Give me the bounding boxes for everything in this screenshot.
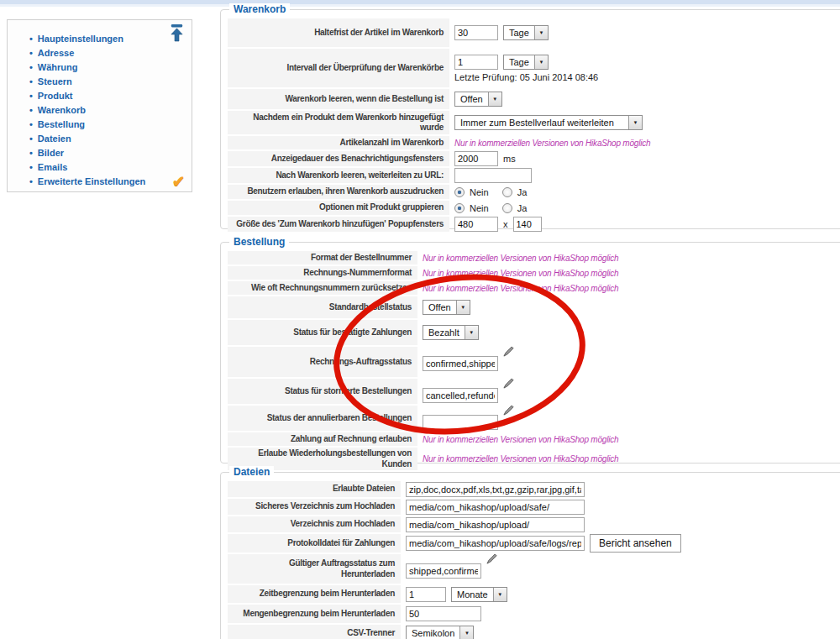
- settings-row: Optionen mit Produkt gruppieren Nein Ja: [228, 201, 840, 215]
- popup-height-input[interactable]: [513, 217, 542, 232]
- sidebar-link-produkt[interactable]: Produkt: [38, 91, 73, 101]
- chevron-down-icon: ▼: [534, 55, 548, 69]
- field-label: Gültiger Auftragsstatus zum Herunterlade…: [228, 554, 401, 584]
- mengenbegrenzung-input[interactable]: [406, 606, 481, 621]
- bullet-icon: •: [29, 62, 33, 72]
- field-label: Nach Warenkorb leeren, weiterleiten zu U…: [228, 168, 449, 183]
- redirect-url-input[interactable]: [454, 168, 532, 183]
- protokolldatei-input[interactable]: [406, 536, 585, 551]
- radio-nein[interactable]: [454, 203, 465, 213]
- field-label: Intervall der Überprüfung der Warenkörbe: [228, 49, 449, 87]
- settings-row: Verzeichnis zum Hochladen: [228, 516, 840, 532]
- intervall-unit-select[interactable]: Tage▼: [503, 55, 549, 70]
- field-label: Status für stornierte Bestellungen: [228, 379, 417, 404]
- settings-row: Sicheres Verzeichnis zum Hochladen: [228, 499, 840, 515]
- settings-row: Nachdem ein Produkt dem Warenkorb hinzug…: [228, 111, 840, 134]
- field-label: Status für bestätigte Zahlungen: [228, 320, 417, 345]
- commercial-note: Nur in kommerziellen Versionen von HikaS…: [454, 139, 650, 148]
- radio-ja[interactable]: [502, 203, 512, 213]
- sidebar-item-warenkorb: •Warenkorb: [29, 102, 192, 117]
- field-label: Rechnungs-Nummernformat: [228, 266, 417, 280]
- csv-trenner-select[interactable]: Semikolon▼: [406, 626, 474, 639]
- sidebar-link-dateien[interactable]: Dateien: [38, 134, 71, 144]
- settings-row: Rechnungs-Nummernformat Nur in kommerzie…: [228, 266, 840, 280]
- standardbestellstatus-select[interactable]: Offen▼: [423, 300, 470, 315]
- sidebar-link-bestellung[interactable]: Bestellung: [38, 119, 85, 129]
- chevron-down-icon: ▼: [465, 326, 478, 339]
- bullet-icon: •: [29, 48, 33, 58]
- bestaetigte-zahlungen-select[interactable]: Bezahlt▼: [423, 325, 479, 340]
- radio-label: Ja: [517, 203, 528, 213]
- field-label: Verzeichnis zum Hochladen: [228, 516, 401, 532]
- commercial-note: Nur in kommerziellen Versionen von HikaS…: [423, 269, 618, 278]
- sidebar-item-steuern: •Steuern: [29, 74, 192, 88]
- sidebar-item-produkt: •Produkt: [29, 88, 192, 102]
- field-label: Protokolldatei für Zahlungen: [228, 534, 401, 553]
- rechnungs-auftragsstatus-input[interactable]: [423, 356, 498, 371]
- verzeichnis-hochladen-input[interactable]: [406, 517, 585, 532]
- sicheres-verzeichnis-input[interactable]: [406, 500, 585, 515]
- edit-pencil-icon[interactable]: [503, 378, 514, 389]
- chevron-down-icon: ▼: [488, 92, 501, 106]
- bullet-icon: •: [29, 148, 33, 158]
- field-label: Haltefrist der Artikel im Warenkorb: [228, 18, 449, 47]
- radio-label: Ja: [517, 187, 528, 197]
- haltefrist-unit-select[interactable]: Tage▼: [503, 25, 549, 40]
- field-label: Zahlung auf Rechnung erlauben: [228, 432, 417, 446]
- bullet-icon: •: [29, 34, 33, 44]
- settings-row: Gültiger Auftragsstatus zum Herunterlade…: [228, 554, 840, 584]
- bullet-icon: •: [29, 105, 33, 115]
- bullet-icon: •: [29, 176, 33, 186]
- erlaubte-dateien-input[interactable]: [406, 482, 585, 497]
- radio-ja[interactable]: [502, 187, 512, 197]
- sidebar-item-bestellung: •Bestellung: [29, 117, 192, 131]
- settings-row: Wie oft Rechnungsnummern zurücksetzen Nu…: [228, 281, 840, 295]
- annulierbare-bestellungen-input[interactable]: [423, 415, 498, 430]
- intervall-input[interactable]: [454, 55, 498, 70]
- field-label: Rechnungs-Auftragsstatus: [228, 347, 417, 377]
- field-label: Standardbestellstatus: [228, 296, 417, 318]
- sidebar-link-emails[interactable]: Emails: [38, 162, 67, 172]
- radio-nein[interactable]: [454, 187, 465, 197]
- popup-width-input[interactable]: [454, 217, 498, 232]
- dateien-section: Dateien Erlaubte Dateien Sicheres Verzei…: [220, 472, 840, 639]
- sidebar-link-haupteinstellungen[interactable]: Haupteinstellungen: [38, 34, 123, 44]
- sidebar-item-erweiterte-einstellungen: •Erweiterte Einstellungen: [29, 174, 192, 188]
- zeitbegrenzung-input[interactable]: [406, 587, 446, 602]
- haltefrist-input[interactable]: [454, 25, 498, 40]
- edit-pencil-icon[interactable]: [486, 553, 497, 564]
- sidebar-link-steuern[interactable]: Steuern: [38, 76, 72, 86]
- check-icon: ✔: [172, 172, 185, 191]
- warenkorb-leeren-select[interactable]: Offen▼: [454, 92, 502, 107]
- sidebar-link-erweiterte-einstellungen[interactable]: Erweiterte Einstellungen: [38, 176, 145, 186]
- sidebar-item-emails: •Emails: [29, 160, 192, 174]
- stornierte-bestellungen-input[interactable]: [423, 388, 498, 403]
- sidebar-link-warenkorb[interactable]: Warenkorb: [38, 105, 86, 115]
- field-label: Mengenbegrenzung beim Herunterladen: [228, 605, 401, 623]
- nach-hinzufuegen-select[interactable]: Immer zum Bestellverlauf weiterleiten▼: [454, 115, 643, 130]
- bullet-icon: •: [29, 91, 33, 101]
- sidebar-link-waehrung[interactable]: Währung: [38, 62, 78, 72]
- unit-text: ms: [503, 154, 516, 164]
- bericht-ansehen-button[interactable]: Bericht ansehen: [590, 534, 681, 553]
- field-label: Wie oft Rechnungsnummern zurücksetzen: [228, 281, 417, 295]
- gueltiger-auftragsstatus-input[interactable]: [406, 563, 481, 579]
- scroll-top-icon[interactable]: [169, 24, 185, 46]
- sidebar-link-bilder[interactable]: Bilder: [38, 148, 64, 158]
- field-label: Status der annulierbaren Bestellungen: [228, 406, 417, 431]
- edit-pencil-icon[interactable]: [503, 346, 514, 357]
- field-label: CSV-Trenner: [228, 625, 401, 639]
- sidebar-link-adresse[interactable]: Adresse: [38, 48, 74, 58]
- last-check-text: Letzte Prüfung: 05 Juni 2014 08:46: [454, 72, 598, 82]
- edit-pencil-icon[interactable]: [503, 405, 514, 416]
- settings-row: Status der annulierbaren Bestellungen: [228, 406, 840, 431]
- sidebar-item-waehrung: •Währung: [29, 60, 192, 74]
- zeitbegrenzung-unit-select[interactable]: Monate▼: [451, 587, 507, 602]
- anzeigedauer-input[interactable]: [454, 151, 498, 166]
- field-label: Erlaubte Dateien: [228, 481, 401, 497]
- bullet-icon: •: [29, 76, 33, 86]
- settings-row: Standardbestellstatus Offen▼: [228, 296, 840, 318]
- chevron-down-icon: ▼: [493, 588, 507, 601]
- config-menu-list: •Haupteinstellungen •Adresse •Währung •S…: [29, 31, 192, 188]
- radio-label: Nein: [470, 187, 489, 197]
